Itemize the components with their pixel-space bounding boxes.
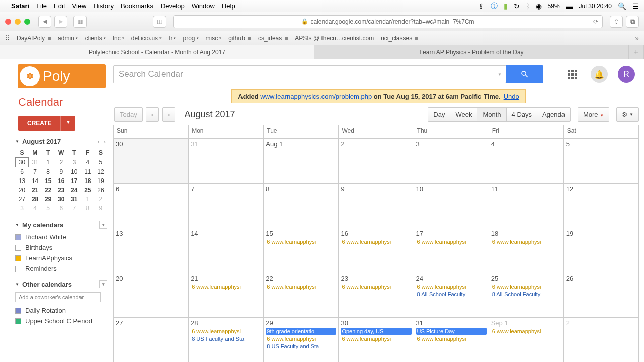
collapse-icon[interactable]: ▼: [15, 282, 19, 287]
calendar-item[interactable]: Upper School C Period: [15, 316, 107, 326]
close-button[interactable]: [5, 19, 11, 25]
day-cell[interactable]: 176 www.learnapphysi: [414, 228, 489, 273]
event[interactable]: 6 www.learnapphysi: [491, 283, 561, 290]
tab-learnap[interactable]: Learn AP Physics - Problem of the Day: [314, 45, 629, 59]
day-cell[interactable]: 156 www.learnapphysi: [264, 228, 339, 273]
event[interactable]: 6 www.learnapphysi: [491, 238, 561, 245]
sidebar-button[interactable]: ▥: [73, 16, 87, 28]
event[interactable]: 6 www.learnapphysi: [341, 238, 411, 245]
next-button[interactable]: ›: [162, 107, 175, 122]
my-calendars-menu[interactable]: ▾: [99, 221, 107, 229]
day-cell[interactable]: 26: [564, 273, 639, 317]
favbar-overflow[interactable]: »: [635, 34, 639, 42]
event[interactable]: US Picture Day: [416, 328, 487, 335]
fav-admin[interactable]: admin▾: [58, 35, 78, 42]
fav-github[interactable]: github: [228, 35, 251, 42]
view-day[interactable]: Day: [428, 107, 450, 122]
calendar-item[interactable]: LearnAPphysics: [15, 253, 107, 263]
settings-button[interactable]: ⚙▼: [616, 107, 639, 122]
day-cell[interactable]: 30: [114, 139, 189, 183]
event[interactable]: 9th grade orientatio: [266, 328, 336, 335]
day-cell[interactable]: 12: [564, 184, 639, 228]
other-calendars-menu[interactable]: ▾: [99, 280, 107, 288]
battery-icon[interactable]: ▬: [566, 2, 573, 10]
forward-button[interactable]: ▶: [54, 16, 67, 28]
today-button[interactable]: Today: [114, 107, 143, 122]
day-cell[interactable]: 31US Picture Day6 www.learnapphysi: [414, 318, 489, 362]
fav-misc[interactable]: misc▾: [206, 35, 222, 42]
calendar-item[interactable]: Reminders: [15, 263, 107, 274]
minimize-button[interactable]: [15, 19, 21, 25]
event[interactable]: 6 www.learnapphysi: [416, 335, 487, 342]
day-cell[interactable]: 299th grade orientatio6 www.learnapphysi…: [264, 318, 339, 362]
day-cell[interactable]: 7: [189, 184, 264, 228]
fav-fnc[interactable]: fnc▾: [113, 35, 124, 42]
day-cell[interactable]: 30Opening day, US6 www.learnapphysi: [339, 318, 414, 362]
event[interactable]: 8 All-School Faculty: [491, 291, 561, 298]
create-dropdown[interactable]: ▼: [60, 116, 75, 131]
battery-pct[interactable]: 59%: [548, 3, 560, 10]
event[interactable]: 6 www.learnapphysi: [266, 283, 336, 290]
view-week[interactable]: Week: [450, 107, 477, 122]
day-cell[interactable]: 20: [114, 273, 189, 317]
notifications-icon[interactable]: 🔔: [591, 66, 608, 83]
menu-history[interactable]: History: [93, 2, 113, 10]
menu-window[interactable]: Window: [192, 2, 215, 10]
event[interactable]: 6 www.learnapphysi: [341, 283, 411, 290]
search-input[interactable]: Search Calendar▼: [113, 65, 506, 83]
zoom-button[interactable]: [24, 19, 30, 25]
view-4days[interactable]: 4 Days: [506, 107, 537, 122]
event[interactable]: 8 All-School Faculty: [416, 291, 487, 298]
event[interactable]: 8 US Faculty and Sta: [266, 343, 336, 350]
event[interactable]: 6 www.learnapphysi: [191, 283, 261, 290]
event[interactable]: 6 www.learnapphysi: [266, 238, 336, 245]
fav-delicious[interactable]: del.icio.us▾: [131, 35, 162, 42]
reload-icon[interactable]: ⟳: [593, 18, 598, 25]
privacy-icon[interactable]: ◫: [153, 16, 166, 28]
prev-button[interactable]: ‹: [146, 107, 159, 122]
back-button[interactable]: ◀: [38, 16, 51, 28]
day-cell[interactable]: 166 www.learnapphysi: [339, 228, 414, 273]
calendar-item[interactable]: Daily Rotation: [15, 305, 107, 316]
wifi-icon[interactable]: ◉: [536, 2, 542, 10]
menu-help[interactable]: Help: [222, 2, 235, 10]
day-cell[interactable]: 8: [264, 184, 339, 228]
day-cell[interactable]: 19: [564, 228, 639, 273]
event[interactable]: 6 www.learnapphysi: [191, 328, 261, 335]
day-cell[interactable]: 186 www.learnapphysi: [489, 228, 564, 273]
day-cell[interactable]: 4: [489, 139, 564, 183]
grid-icon[interactable]: ⠿: [5, 35, 10, 42]
day-cell[interactable]: 27: [114, 318, 189, 362]
search-dropdown-icon[interactable]: ▼: [498, 72, 502, 77]
day-cell[interactable]: 9: [339, 184, 414, 228]
notif-link[interactable]: www.learnapphysics.com/problem.php: [260, 93, 372, 100]
calendar-item[interactable]: Richard White: [15, 232, 107, 242]
view-agenda[interactable]: Agenda: [537, 107, 571, 122]
day-cell[interactable]: 2: [339, 139, 414, 183]
fav-csideas[interactable]: cs_ideas: [258, 35, 288, 42]
menu-bookmarks[interactable]: Bookmarks: [121, 2, 153, 10]
tab-poly[interactable]: Polytechnic School - Calendar - Month of…: [0, 45, 314, 59]
day-cell[interactable]: 6: [114, 184, 189, 228]
fav-prog[interactable]: prog▾: [183, 35, 198, 42]
fav-fr[interactable]: fr▾: [169, 35, 176, 42]
undo-link[interactable]: Undo: [504, 93, 519, 100]
event[interactable]: 6 www.learnapphysi: [416, 283, 487, 290]
day-cell[interactable]: Aug 1: [264, 139, 339, 183]
collapse-icon[interactable]: ▼: [15, 223, 19, 227]
event[interactable]: 6 www.learnapphysi: [341, 335, 411, 342]
day-cell[interactable]: 246 www.learnapphysi8 All-School Faculty: [414, 273, 489, 317]
day-cell[interactable]: 286 www.learnapphysi8 US Faculty and Sta: [189, 318, 264, 362]
app-name[interactable]: Safari: [11, 2, 29, 10]
apps-icon[interactable]: [564, 66, 581, 83]
search-button[interactable]: [506, 65, 543, 83]
battery-app-icon[interactable]: ▮: [504, 2, 508, 10]
more-button[interactable]: More ▼: [578, 107, 609, 122]
day-cell[interactable]: 3: [414, 139, 489, 183]
day-cell[interactable]: 2: [564, 318, 639, 362]
fav-dayatpoly[interactable]: DayAtPoly: [17, 35, 51, 42]
add-coworker-input[interactable]: [15, 292, 101, 302]
datetime[interactable]: Jul 30 20:40: [579, 3, 612, 10]
fav-uci[interactable]: uci_classes: [381, 35, 418, 42]
day-cell[interactable]: 31: [189, 139, 264, 183]
